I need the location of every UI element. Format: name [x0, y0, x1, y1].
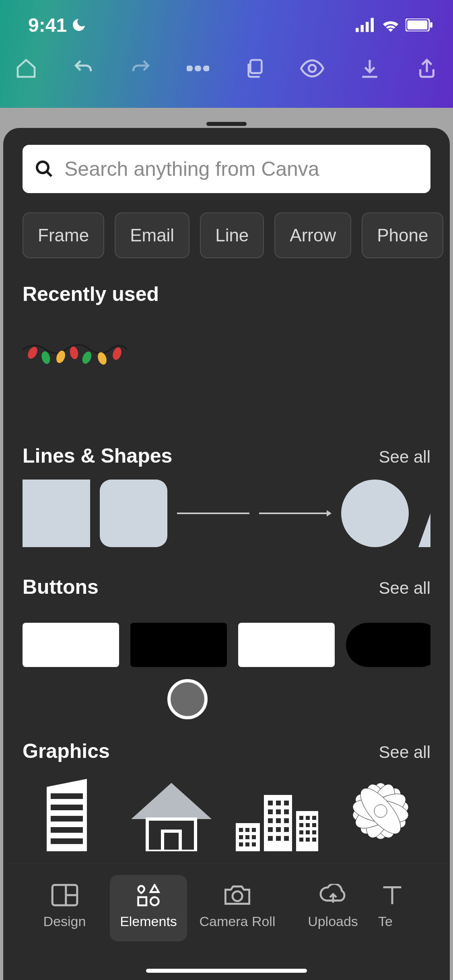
tab-text-label: Te [378, 914, 393, 929]
svg-rect-33 [252, 828, 256, 832]
svg-rect-51 [284, 827, 289, 832]
graphics-see-all[interactable]: See all [379, 743, 430, 762]
svg-rect-55 [299, 816, 303, 820]
button-element-white-2[interactable] [238, 623, 335, 667]
graphic-house[interactable] [127, 771, 216, 851]
search-icon [35, 159, 54, 179]
graphic-building-1[interactable] [23, 771, 111, 851]
chip-phone[interactable]: Phone [362, 212, 443, 258]
chip-email[interactable]: Email [115, 212, 189, 258]
search-input[interactable] [64, 157, 418, 181]
svg-rect-61 [299, 830, 303, 834]
graphics-title: Graphics [23, 739, 110, 763]
elements-sheet: Frame Email Line Arrow Phone Instagram R… [3, 128, 450, 980]
svg-point-16 [69, 346, 79, 360]
chip-frame[interactable]: Frame [23, 212, 104, 258]
svg-point-19 [111, 346, 123, 361]
cellular-icon [356, 18, 376, 32]
shape-circle[interactable] [341, 480, 409, 547]
svg-rect-25 [51, 838, 83, 844]
svg-rect-63 [312, 830, 316, 834]
bottom-tab-bar: Design Elements Camera Roll Uploads Te [3, 863, 450, 980]
shape-square[interactable] [23, 480, 90, 547]
undo-icon[interactable] [71, 56, 95, 80]
tab-design[interactable]: Design [19, 875, 110, 941]
svg-rect-46 [268, 818, 273, 823]
shape-arrow-line[interactable] [259, 509, 332, 518]
editor-toolbar [0, 56, 453, 80]
tab-camera-label: Camera Roll [200, 914, 276, 929]
button-element-white[interactable] [23, 623, 119, 667]
svg-rect-52 [268, 836, 273, 841]
svg-rect-35 [245, 835, 249, 839]
svg-point-12 [37, 162, 48, 173]
svg-rect-0 [356, 28, 359, 32]
svg-rect-1 [361, 25, 364, 32]
svg-rect-44 [276, 809, 281, 814]
button-element-pill-black[interactable] [346, 623, 430, 667]
svg-rect-22 [51, 805, 83, 810]
lines-shapes-title: Lines & Shapes [23, 444, 172, 467]
recently-used-title: Recently used [23, 282, 159, 306]
tab-uploads[interactable]: Uploads [288, 875, 378, 941]
shape-line[interactable] [177, 513, 249, 514]
status-bar: 9:41 [0, 0, 453, 40]
svg-rect-43 [268, 809, 273, 814]
svg-rect-10 [250, 60, 262, 73]
svg-rect-54 [284, 836, 289, 841]
svg-rect-56 [306, 816, 310, 820]
share-icon[interactable] [415, 56, 439, 80]
svg-rect-26 [147, 819, 196, 851]
shape-rounded-square[interactable] [100, 480, 167, 547]
button-element-black[interactable] [130, 623, 227, 667]
preview-icon[interactable] [300, 56, 324, 80]
svg-rect-66 [312, 838, 316, 842]
search-bar[interactable] [23, 145, 430, 193]
svg-rect-5 [408, 21, 428, 30]
graphic-buildings[interactable] [232, 771, 320, 851]
tab-text-partial[interactable]: Te [378, 875, 402, 941]
svg-point-76 [374, 805, 387, 817]
tab-elements[interactable]: Elements [110, 875, 187, 941]
shape-triangle[interactable] [418, 480, 430, 547]
sheet-grabber[interactable] [206, 122, 247, 126]
svg-rect-57 [312, 816, 316, 820]
chip-arrow[interactable]: Arrow [274, 212, 351, 258]
graphic-flower[interactable] [336, 771, 425, 851]
svg-rect-21 [51, 793, 83, 799]
svg-point-81 [150, 897, 159, 905]
svg-rect-45 [284, 809, 289, 814]
download-icon[interactable] [358, 56, 382, 80]
element-string-lights[interactable] [23, 338, 127, 382]
svg-rect-34 [239, 835, 243, 839]
battery-icon [406, 19, 433, 31]
svg-point-14 [40, 350, 51, 365]
home-indicator[interactable] [146, 969, 307, 973]
svg-rect-2 [366, 22, 369, 32]
svg-rect-65 [306, 838, 310, 842]
svg-rect-62 [306, 830, 310, 834]
svg-rect-38 [245, 842, 249, 846]
svg-rect-59 [306, 823, 310, 827]
layers-icon[interactable] [243, 56, 267, 80]
redo-icon[interactable] [129, 56, 153, 80]
svg-rect-40 [268, 801, 273, 805]
lines-shapes-see-all[interactable]: See all [379, 447, 430, 467]
svg-point-7 [187, 66, 192, 71]
home-icon[interactable] [14, 56, 38, 80]
button-element-circle[interactable] [167, 679, 208, 719]
buttons-see-all[interactable]: See all [379, 579, 430, 598]
svg-rect-23 [51, 816, 83, 821]
svg-point-13 [26, 345, 39, 360]
more-icon[interactable] [186, 56, 210, 80]
tab-camera-roll[interactable]: Camera Roll [187, 875, 288, 941]
svg-rect-32 [245, 828, 249, 832]
chip-line[interactable]: Line [200, 212, 264, 258]
wifi-icon [381, 18, 400, 32]
moon-icon [71, 17, 87, 33]
svg-rect-24 [51, 827, 83, 833]
svg-rect-42 [284, 801, 289, 805]
tab-elements-label: Elements [120, 914, 177, 929]
tab-uploads-label: Uploads [308, 914, 358, 929]
svg-rect-49 [268, 827, 273, 832]
